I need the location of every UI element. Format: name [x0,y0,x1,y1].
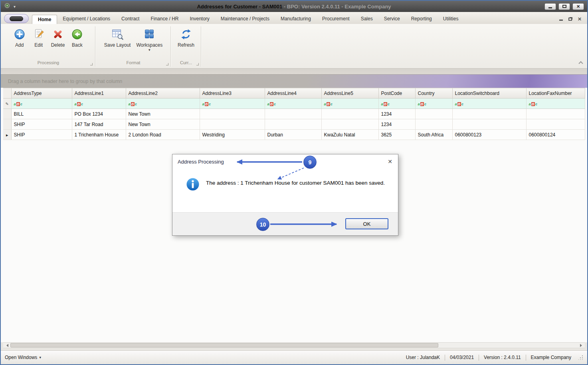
filter-cell-address-line5[interactable] [321,99,378,109]
dialog-close-icon[interactable]: ✕ [388,159,392,164]
grid-cell[interactable]: 147 Tar Road [72,119,126,130]
tab-service[interactable]: Service [378,14,406,24]
tab-maintenance-projects[interactable]: Maintenance / Projects [215,14,275,24]
tab-manufacturing[interactable]: Manufacturing [275,14,317,24]
grid-cell[interactable] [200,109,265,119]
abc-filter-icon[interactable] [202,103,211,106]
scroll-right-button[interactable] [578,343,585,348]
grid-cell[interactable]: New Town [126,109,200,119]
grid-cell[interactable]: PO Box 1234 [72,109,126,119]
abc-filter-icon[interactable] [455,103,464,106]
grid-cell[interactable]: BILL [11,109,72,119]
abc-filter-icon[interactable] [381,103,390,106]
close-button[interactable]: ✕ [572,3,584,10]
tab-inventory[interactable]: Inventory [184,14,215,24]
resize-grip[interactable] [578,355,583,360]
mdi-minimize-button[interactable] [559,18,563,21]
filter-cell-address-line4[interactable] [265,99,321,109]
grid-cell[interactable] [526,109,585,119]
filter-cell-address-line2[interactable] [126,99,200,109]
grid-cell[interactable]: Durban [265,130,321,140]
grid-cell[interactable]: SHIP [11,119,72,130]
grid-row[interactable]: SHIP 147 Tar Road New Town 1234 [3,119,585,130]
horizontal-scrollbar[interactable] [3,342,585,348]
filter-cell-address-type[interactable] [11,99,72,109]
grid-cell[interactable] [415,119,452,130]
column-header-address-line5[interactable]: AddressLine5 [321,88,378,99]
column-header-location-switchboard[interactable]: LocationSwitchboard [452,88,526,99]
grid-cell[interactable]: 1 Trichenham House [72,130,126,140]
grid-cell[interactable]: 3625 [378,130,415,140]
grid-cell[interactable]: 0600800124 [526,130,585,140]
column-header-address-line4[interactable]: AddressLine4 [265,88,321,99]
column-header-address-type[interactable]: AddressType [11,88,72,99]
filter-cell-country[interactable] [415,99,452,109]
application-button[interactable] [4,14,29,23]
dialog-launcher-icon[interactable] [196,63,199,65]
grid-cell[interactable] [321,109,378,119]
dialog-launcher-icon[interactable] [166,63,168,65]
grid-cell[interactable] [200,119,265,130]
tab-utilities[interactable]: Utilities [438,14,464,24]
column-header-post-code[interactable]: PostCode [378,88,415,99]
tab-home[interactable]: Home [32,15,57,24]
tab-finance-hr[interactable]: Finance / HR [145,14,184,24]
group-by-panel[interactable]: Drag a column header here to group by th… [1,74,587,88]
abc-filter-icon[interactable] [267,103,276,106]
grid-cell[interactable]: Westriding [200,130,265,140]
abc-filter-icon[interactable] [418,103,427,106]
filter-cell-location-switchboard[interactable] [452,99,526,109]
grid-cell[interactable] [321,119,378,130]
column-header-address-line3[interactable]: AddressLine3 [200,88,265,99]
collapse-ribbon-icon[interactable] [578,61,583,65]
scroll-left-button[interactable] [3,343,10,348]
grid-cell[interactable] [452,109,526,119]
add-button[interactable]: Add [11,26,28,49]
minimize-button[interactable] [544,3,556,10]
grid-row[interactable]: BILL PO Box 1234 New Town 1234 [3,109,585,119]
abc-filter-icon[interactable] [14,103,23,106]
column-header-location-fax-number[interactable]: LocationFaxNumber [526,88,585,99]
tab-sales[interactable]: Sales [355,14,378,24]
abc-filter-icon[interactable] [324,103,333,106]
grid-cell[interactable]: South Africa [415,130,452,140]
grid-cell[interactable]: New Town [126,119,200,130]
grid-cell[interactable]: 2 London Road [126,130,200,140]
tab-contract[interactable]: Contract [116,14,145,24]
mdi-restore-button[interactable] [568,18,572,21]
abc-filter-icon[interactable] [75,103,83,106]
column-header-address-line1[interactable]: AddressLine1 [72,88,126,99]
scrollbar-thumb[interactable] [10,343,438,347]
ok-button[interactable]: OK [345,218,388,229]
grid-cell[interactable] [526,119,585,130]
quick-access-dropdown-icon[interactable]: ▾ [14,4,16,9]
abc-filter-icon[interactable] [129,103,137,106]
tab-equipment-locations[interactable]: Equipment / Locations [57,14,116,24]
grid-cell[interactable] [265,119,321,130]
grid-cell[interactable]: SHIP [11,130,72,140]
filter-cell-post-code[interactable] [378,99,415,109]
save-layout-button[interactable]: Save Layout [102,26,133,53]
grid-row-selected[interactable]: ► SHIP 1 Trichenham House 2 London Road … [3,130,585,140]
grid-cell[interactable] [265,109,321,119]
maximize-button[interactable] [558,3,570,10]
grid-cell[interactable] [415,109,452,119]
back-button[interactable]: Back [68,26,86,49]
delete-button[interactable]: Delete [49,26,67,49]
grid-cell[interactable]: 0600800123 [452,130,526,140]
filter-cell-address-line1[interactable] [72,99,126,109]
filter-cell-location-fax-number[interactable] [526,99,585,109]
filter-cell-address-line3[interactable] [200,99,265,109]
refresh-button[interactable]: Refresh [176,26,196,49]
abc-filter-icon[interactable] [529,103,538,106]
grid-cell[interactable]: KwaZulu Natal [321,130,378,140]
workspaces-button[interactable]: Workspaces ▾ [134,26,164,53]
tab-procurement[interactable]: Procurement [317,14,355,24]
dialog-launcher-icon[interactable] [90,63,93,65]
mdi-close-button[interactable]: ✕ [578,17,582,22]
open-windows-dropdown[interactable]: Open Windows ▾ [5,355,41,360]
edit-button[interactable]: Edit [30,26,48,49]
grid-cell[interactable]: 1234 [378,109,415,119]
grid-cell[interactable] [452,119,526,130]
grid-cell[interactable]: 1234 [378,119,415,130]
